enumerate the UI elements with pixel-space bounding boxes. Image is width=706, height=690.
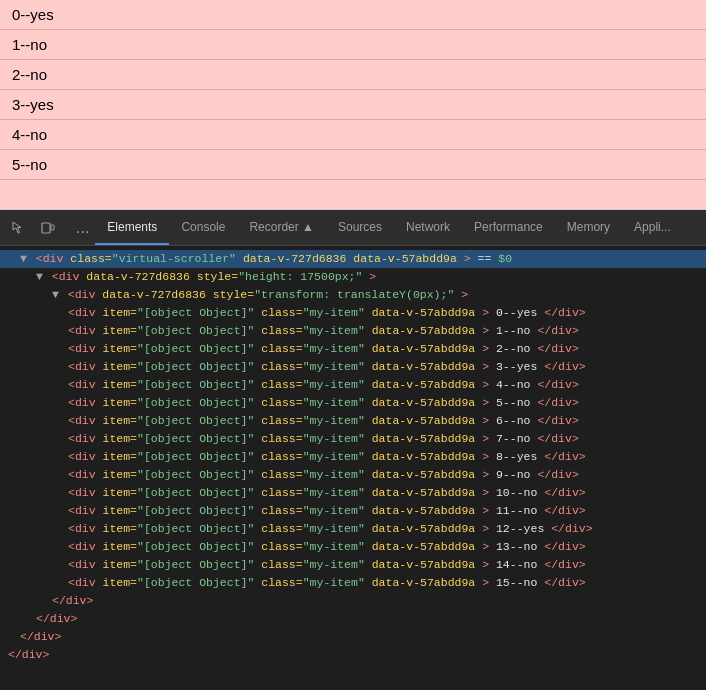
dom-row-14[interactable]: <div item="[object Object]" class="my-it… <box>0 502 706 520</box>
tab-network[interactable]: Network <box>394 210 462 245</box>
tab-performance[interactable]: Performance <box>462 210 555 245</box>
preview-area: 0--yes 1--no 2--no 3--yes 4--no 5--no <box>0 0 706 210</box>
devtools-tabs: Elements Console Recorder ▲ Sources Netw… <box>95 210 682 245</box>
tab-recorder[interactable]: Recorder ▲ <box>237 210 326 245</box>
dom-row-8[interactable]: <div item="[object Object]" class="my-it… <box>0 394 706 412</box>
dom-row-4[interactable]: <div item="[object Object]" class="my-it… <box>0 322 706 340</box>
dom-row-12[interactable]: <div item="[object Object]" class="my-it… <box>0 466 706 484</box>
dom-row-3[interactable]: <div item="[object Object]" class="my-it… <box>0 304 706 322</box>
dots-menu[interactable]: ... <box>70 219 95 237</box>
dom-row-0[interactable]: ▼ <div class="virtual-scroller" data-v-7… <box>0 250 706 268</box>
dom-row-11[interactable]: <div item="[object Object]" class="my-it… <box>0 448 706 466</box>
dom-row-close-1[interactable]: </div> <box>0 628 706 646</box>
preview-item-4: 4--no <box>0 120 706 150</box>
dom-row-9[interactable]: <div item="[object Object]" class="my-it… <box>0 412 706 430</box>
device-toggle-icon[interactable] <box>34 214 62 242</box>
expand-arrow: ▼ <box>52 288 59 301</box>
dom-row-10[interactable]: <div item="[object Object]" class="my-it… <box>0 430 706 448</box>
tab-memory[interactable]: Memory <box>555 210 622 245</box>
dom-row-close-3[interactable]: </div> <box>0 592 706 610</box>
dom-row-15[interactable]: <div item="[object Object]" class="my-it… <box>0 520 706 538</box>
dom-row-2[interactable]: ▼ <div data-v-727d6836 style="transform:… <box>0 286 706 304</box>
preview-item-0: 0--yes <box>0 0 706 30</box>
svg-rect-0 <box>42 223 50 233</box>
dom-row-16[interactable]: <div item="[object Object]" class="my-it… <box>0 538 706 556</box>
toolbar-icons <box>4 214 62 242</box>
devtools-panel: ... Elements Console Recorder ▲ Sources … <box>0 210 706 690</box>
preview-item-5: 5--no <box>0 150 706 180</box>
tab-console[interactable]: Console <box>169 210 237 245</box>
dom-row-17[interactable]: <div item="[object Object]" class="my-it… <box>0 556 706 574</box>
dom-row-18[interactable]: <div item="[object Object]" class="my-it… <box>0 574 706 592</box>
devtools-toolbar: ... Elements Console Recorder ▲ Sources … <box>0 210 706 246</box>
dom-row-13[interactable]: <div item="[object Object]" class="my-it… <box>0 484 706 502</box>
expand-arrow: ▼ <box>36 270 43 283</box>
dom-row-7[interactable]: <div item="[object Object]" class="my-it… <box>0 376 706 394</box>
inspect-element-icon[interactable] <box>4 214 32 242</box>
preview-item-3: 3--yes <box>0 90 706 120</box>
dom-row-close-0[interactable]: </div> <box>0 646 706 664</box>
tab-application[interactable]: Appli... <box>622 210 683 245</box>
preview-item-2: 2--no <box>0 60 706 90</box>
dom-row-5[interactable]: <div item="[object Object]" class="my-it… <box>0 340 706 358</box>
dom-row-1[interactable]: ▼ <div data-v-727d6836 style="height: 17… <box>0 268 706 286</box>
preview-item-1: 1--no <box>0 30 706 60</box>
expand-arrow: ▼ <box>20 252 27 265</box>
svg-rect-1 <box>51 225 54 230</box>
dom-row-close-2[interactable]: </div> <box>0 610 706 628</box>
elements-panel[interactable]: ▼ <div class="virtual-scroller" data-v-7… <box>0 246 706 690</box>
tab-elements[interactable]: Elements <box>95 210 169 245</box>
dom-row-6[interactable]: <div item="[object Object]" class="my-it… <box>0 358 706 376</box>
tab-sources[interactable]: Sources <box>326 210 394 245</box>
